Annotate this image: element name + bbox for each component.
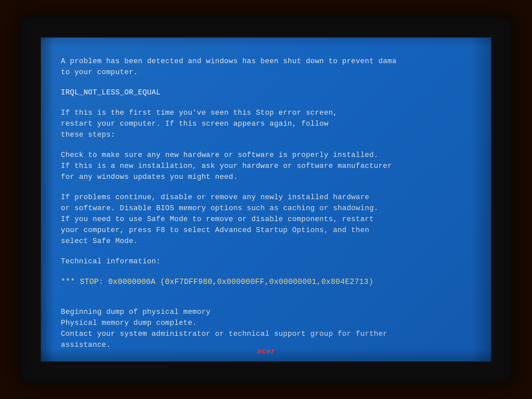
para1-line1: If this is the first time you've seen th…	[61, 107, 471, 118]
bsod-line-2: to your computer.	[61, 67, 471, 78]
para1-line2: restart your computer. If this screen ap…	[61, 118, 471, 129]
spacer-5	[61, 247, 471, 256]
brand-label: acer	[257, 347, 275, 355]
para2-line1: Check to make sure any new hardware or s…	[61, 150, 471, 161]
screen: A problem has been detected and windows …	[40, 37, 492, 362]
para2-line3: for any windows updates you might need.	[61, 172, 471, 183]
dump-line3: Contact your system administrator or tec…	[61, 329, 471, 339]
edge-top	[41, 38, 491, 48]
tech-info: Technical information:	[61, 256, 471, 267]
para2-line2: If this is a new installation, ask your …	[61, 161, 471, 172]
spacer-4	[61, 183, 471, 192]
para3-line2: or software. Disable BIOS memory options…	[61, 203, 471, 214]
spacer-3	[61, 140, 471, 150]
para3-line4: your computer, press F8 to select Advanc…	[61, 225, 471, 236]
bsod-line-1: A problem has been detected and windows …	[61, 56, 471, 67]
para3-line1: If problems continue, disable or remove …	[61, 192, 471, 203]
edge-left	[41, 38, 54, 361]
spacer-7	[61, 288, 471, 297]
stop-code: *** STOP: 0x0000000A (0xF7DFF980,0x00000…	[61, 276, 471, 288]
bsod-content: A problem has been detected and windows …	[41, 38, 491, 361]
spacer-1	[61, 78, 471, 87]
para3-line5: select Safe Mode.	[61, 236, 471, 247]
laptop-bezel: A problem has been detected and windows …	[20, 17, 512, 382]
spacer-8	[61, 297, 471, 307]
spacer-6	[61, 267, 471, 276]
dump-line2: Physical memory dump complete.	[61, 318, 471, 329]
para3-line3: If you need to use Safe Mode to remove o…	[61, 214, 471, 225]
dump-line1: Beginning dump of physical memory	[61, 307, 471, 318]
spacer-2	[61, 98, 471, 107]
para1-line3: these steps:	[61, 129, 471, 140]
error-code: IRQL_NOT_LESS_OR_EQUAL	[61, 87, 471, 98]
edge-right	[471, 38, 491, 361]
